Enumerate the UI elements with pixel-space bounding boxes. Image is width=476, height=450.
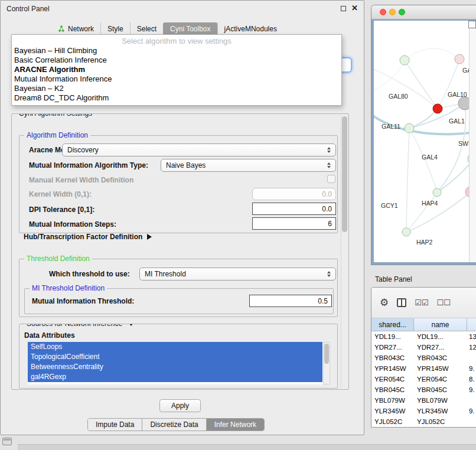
tab-infer-network[interactable]: Infer Network: [206, 419, 264, 431]
tab-cyni-toolbox[interactable]: Cyni Toolbox: [163, 22, 217, 35]
cell-value[interactable]: 8.: [467, 376, 476, 383]
dropdown-item-bayesian-hill-climbing[interactable]: Bayesian – Hill Climbing: [12, 46, 341, 56]
close-icon[interactable]: ✕: [351, 4, 358, 12]
node-label: HAP2: [416, 239, 433, 246]
attribute-gal4rgexp[interactable]: gal4RGexp: [28, 372, 322, 382]
deselect-all-icon[interactable]: ☐☐: [437, 298, 451, 307]
tab-jactivemnodules[interactable]: jActiveMNodules: [217, 22, 283, 35]
mi-steps-input[interactable]: [252, 217, 336, 230]
network-graph[interactable]: GAL GAL80 GAL10 GAL11 GAL1 SWI4 GAL4 GCY…: [374, 21, 476, 262]
table-row[interactable]: YDL19... YDL19... 13: [371, 331, 476, 342]
node-label: GAL11: [382, 123, 400, 130]
tab-network[interactable]: Network: [51, 22, 100, 35]
cell-name[interactable]: YJL052C: [414, 418, 467, 425]
cell-name[interactable]: YPR145W: [414, 365, 467, 372]
node-circle[interactable]: [400, 56, 409, 65]
kernel-width-input[interactable]: [252, 188, 336, 200]
sources-group-title[interactable]: Sources for Network Inference: [24, 324, 136, 328]
network-window-titlebar[interactable]: [371, 5, 476, 19]
cell-value[interactable]: 13: [467, 333, 476, 340]
dropdown-item-mutual-information[interactable]: Mutual Information Inference: [12, 74, 341, 84]
attributes-scrollbar-thumb[interactable]: [324, 344, 329, 364]
node-circle[interactable]: [433, 188, 441, 197]
aracne-mode-select[interactable]: Discovery: [62, 144, 336, 156]
table-row[interactable]: YJL052C YJL052C: [371, 416, 476, 427]
cell-shared-name[interactable]: YBL079W: [371, 397, 414, 404]
dropdown-item-bayesian-k2[interactable]: Bayesian – K2: [12, 84, 341, 93]
cell-value[interactable]: 9.: [467, 407, 476, 415]
cell-shared-name[interactable]: YER054C: [371, 376, 414, 383]
cell-shared-name[interactable]: YBR045C: [371, 386, 414, 393]
select-all-icon[interactable]: ☑☑: [415, 298, 428, 307]
cell-shared-name[interactable]: YDR27...: [371, 344, 414, 351]
node-circle[interactable]: [402, 228, 410, 236]
node-gal10-red[interactable]: [433, 104, 442, 113]
data-attributes-list[interactable]: SelfLoops TopologicalCoefficient Between…: [28, 342, 330, 384]
settings-scrollbar-thumb[interactable]: [342, 116, 347, 232]
attribute-selfloops[interactable]: SelfLoops: [28, 342, 322, 352]
cell-shared-name[interactable]: YJL052C: [371, 418, 414, 425]
apply-button[interactable]: Apply: [159, 399, 201, 412]
cell-name[interactable]: YDL19...: [414, 333, 467, 340]
attribute-betweennesscentrality[interactable]: BetweennessCentrality: [28, 362, 322, 372]
node-circle[interactable]: [405, 123, 414, 133]
cell-name[interactable]: YBL079W: [414, 397, 467, 404]
hub-transcription-factor-label: Hub/Transcription Factor Definition: [24, 233, 142, 241]
cell-shared-name[interactable]: YLR345W: [371, 407, 414, 415]
mi-algorithm-type-value: Naive Bayes: [161, 161, 325, 169]
column-header-shared-name[interactable]: shared...: [371, 318, 414, 331]
cell-shared-name[interactable]: YPR145W: [371, 365, 414, 372]
cell-name[interactable]: YER054C: [414, 376, 467, 383]
node-circle[interactable]: [455, 54, 464, 64]
network-tab-icon: [58, 25, 65, 32]
table-row[interactable]: YPR145W YPR145W 9.: [371, 363, 476, 374]
close-traffic-light[interactable]: [380, 9, 386, 15]
panel-dock-icon[interactable]: [2, 438, 12, 445]
cell-name[interactable]: YDR27...: [414, 344, 467, 351]
table-row[interactable]: YER054C YER054C 8.: [371, 374, 476, 384]
cell-value[interactable]: 12: [467, 344, 476, 351]
cell-name[interactable]: YLR345W: [414, 407, 467, 415]
gear-icon[interactable]: ⚙: [380, 298, 389, 308]
dpi-tolerance-input[interactable]: [252, 203, 336, 215]
dropdown-item-aracne[interactable]: ARACNE Algorithm: [12, 65, 341, 74]
table-panel-window: ⚙ ☑☑ ☐☐ shared... name YDL19... YDL19...…: [371, 287, 476, 428]
network-vertical-scrollbar[interactable]: [469, 21, 476, 262]
table-row[interactable]: YBR045C YBR045C 9.: [371, 384, 476, 395]
minimize-traffic-light[interactable]: [389, 9, 396, 15]
table-row[interactable]: YBR043C YBR043C: [371, 353, 476, 363]
network-scrollbar-box[interactable]: [468, 21, 476, 28]
tab-style[interactable]: Style: [100, 22, 130, 35]
algorithm-definition-title: Algorithm Definition: [24, 131, 90, 140]
column-header-partial[interactable]: [467, 318, 476, 331]
dropdown-item-dream8[interactable]: Dream8 DC_TDC Algorithm: [12, 93, 341, 103]
tab-discretize-data[interactable]: Discretize Data: [142, 419, 206, 431]
table-row[interactable]: YLR345W YLR345W 9.: [371, 406, 476, 416]
network-canvas[interactable]: GAL GAL80 GAL10 GAL11 GAL1 SWI4 GAL4 GCY…: [371, 19, 476, 265]
algorithm-dropdown-list: Select algorithm to view settings Bayesi…: [11, 34, 342, 106]
tab-select[interactable]: Select: [130, 22, 163, 35]
table-row[interactable]: YDR27... YDR27... 12: [371, 342, 476, 353]
attributes-scrollbar[interactable]: [323, 342, 330, 384]
which-threshold-select[interactable]: MI Threshold: [139, 268, 336, 281]
dropdown-item-basic-correlation[interactable]: Basic Correlation Inference: [12, 56, 341, 65]
cell-name[interactable]: YBR043C: [414, 354, 467, 361]
manual-kernel-width-checkbox[interactable]: [327, 175, 335, 183]
network-node-labels: GAL GAL80 GAL10 GAL11 GAL1 SWI4 GAL4 GCY…: [381, 67, 476, 246]
cell-shared-name[interactable]: YBR043C: [371, 354, 414, 361]
mutual-information-threshold-input[interactable]: [249, 295, 332, 307]
zoom-traffic-light[interactable]: [399, 9, 405, 15]
cell-shared-name[interactable]: YDL19...: [371, 333, 414, 340]
settings-scrollbar[interactable]: [341, 115, 348, 388]
table-row[interactable]: YBL079W YBL079W: [371, 395, 476, 406]
cell-value[interactable]: 9.: [467, 386, 476, 393]
mi-algorithm-type-select[interactable]: Naive Bayes: [161, 159, 336, 172]
tab-impute-data[interactable]: Impute Data: [88, 419, 142, 431]
column-header-name[interactable]: name: [414, 318, 467, 331]
column-browser-icon[interactable]: [397, 298, 406, 307]
attribute-topologicalcoefficient[interactable]: TopologicalCoefficient: [28, 352, 322, 362]
float-window-icon[interactable]: [341, 6, 346, 11]
cell-name[interactable]: YBR045C: [414, 386, 467, 393]
cell-value[interactable]: 9.: [467, 365, 476, 372]
hub-transcription-factor-section[interactable]: Hub/Transcription Factor Definition: [24, 233, 152, 241]
